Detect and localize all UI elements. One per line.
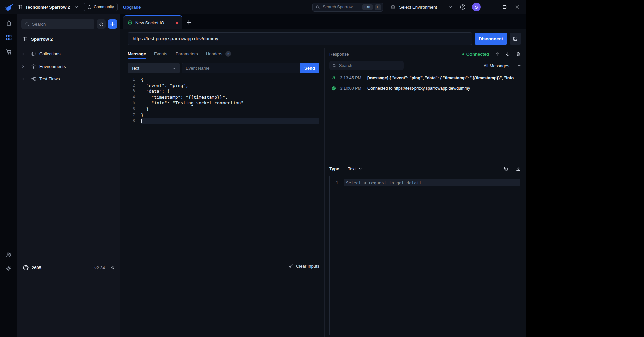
sidebar-search-input[interactable] [32, 22, 91, 27]
github-link[interactable]: 2605 [23, 265, 41, 271]
sidebar: Sparrow 2 Collections [17, 14, 120, 337]
chevron-right-icon [21, 65, 29, 68]
message-filter-dropdown[interactable]: All Messages [484, 63, 521, 68]
url-input[interactable] [128, 32, 472, 45]
sidebar-item-label: Test Flows [39, 76, 60, 81]
sidebar-item-test-flows[interactable]: Test Flows [17, 73, 120, 85]
unsaved-indicator-dot [176, 22, 178, 24]
line-number: 3 [128, 88, 135, 94]
marketplace-cart-icon[interactable] [6, 49, 12, 55]
response-detail-panel: Type Text [329, 164, 521, 335]
line-content: "event": "ping", [141, 83, 319, 89]
detail-type-value: Text [348, 166, 356, 171]
rail-bottom-group [0, 251, 17, 271]
message-controls: Text Send [128, 63, 319, 73]
workspace-switcher[interactable]: Techdome/ Sparrow 2 [15, 3, 80, 11]
user-avatar[interactable]: S [472, 3, 481, 11]
chevron-right-icon [21, 52, 29, 56]
response-detail-header: Type Text [329, 164, 521, 173]
upgrade-link[interactable]: Upgrade [123, 5, 141, 10]
detail-empty-text: Select a request to get detail [344, 179, 520, 186]
github-star-count: 2605 [32, 265, 41, 270]
tab-new-socketio[interactable]: New Socket.IO [123, 15, 182, 29]
close-button[interactable] [513, 2, 522, 12]
message-type-select[interactable]: Text [128, 63, 180, 73]
event-name-input[interactable] [182, 63, 300, 73]
scroll-up-icon[interactable] [495, 52, 500, 57]
chevron-down-icon [172, 67, 176, 70]
response-search[interactable] [329, 61, 404, 70]
minimize-button[interactable] [487, 2, 497, 12]
message-row[interactable]: 3:13:45 PM [message] { "event": "ping", … [329, 73, 521, 83]
scroll-down-icon[interactable] [505, 52, 510, 57]
detail-type-dropdown[interactable]: Text [348, 166, 362, 171]
message-type-value: Text [131, 66, 139, 71]
clear-messages-trash-icon[interactable] [516, 52, 521, 56]
socketio-icon [128, 20, 132, 25]
home-icon[interactable] [6, 20, 12, 26]
disconnect-button[interactable]: Disconnect [475, 33, 507, 45]
settings-gear-icon[interactable] [6, 265, 12, 271]
response-title: Response [329, 52, 349, 57]
url-bar: Disconnect [120, 29, 526, 48]
response-detail-editor[interactable]: 1 Select a request to get detail [329, 176, 521, 335]
collapse-sidebar-icon[interactable] [110, 266, 115, 270]
environment-label: Select Environment [399, 5, 437, 10]
sent-arrow-up-right-icon [331, 76, 336, 80]
line-number: 8 [128, 118, 135, 124]
line-content [141, 118, 319, 124]
code-line: 1{ [128, 77, 319, 83]
maximize-button[interactable] [500, 2, 509, 12]
search-icon [316, 5, 320, 9]
help-icon[interactable] [460, 4, 466, 10]
code-line: 5 "info": "Testing socket connection" [128, 100, 319, 106]
refresh-button[interactable] [97, 19, 106, 29]
community-button[interactable]: Community [84, 3, 118, 11]
tab-message[interactable]: Message [128, 49, 146, 59]
copy-icon[interactable] [504, 166, 508, 171]
line-content: "timestamp": "{{timestamp}}", [141, 94, 319, 100]
line-number: 6 [128, 106, 135, 112]
global-search-input[interactable] [323, 5, 360, 9]
tab-events[interactable]: Events [154, 49, 167, 59]
community-label: Community [94, 5, 114, 9]
global-search[interactable]: Ctrl F [312, 3, 383, 12]
environment-selector[interactable]: Select Environment [388, 3, 454, 11]
line-content: "data": { [141, 88, 319, 94]
message-timestamp: 3:13:45 PM [340, 76, 363, 80]
request-tabs: Message Events Parameters Headers 2 [128, 49, 319, 59]
sidebar-search[interactable] [21, 19, 94, 29]
code-line: 4 "timestamp": "{{timestamp}}", [128, 94, 319, 100]
shortcut-ctrl-key: Ctrl [362, 4, 372, 10]
message-filter-value: All Messages [484, 63, 509, 68]
download-icon[interactable] [516, 166, 521, 171]
sidebar-item-collections[interactable]: Collections [17, 48, 120, 60]
environments-icon [31, 64, 36, 69]
save-button[interactable] [510, 33, 521, 45]
line-number: 1 [330, 181, 344, 185]
type-label: Type [329, 166, 339, 171]
add-new-button[interactable] [108, 19, 117, 29]
line-number: 2 [128, 83, 135, 89]
code-line: 7} [128, 112, 319, 118]
tab-parameters[interactable]: Parameters [176, 49, 198, 59]
sidebar-item-environments[interactable]: Environments [17, 60, 120, 73]
response-search-input[interactable] [339, 63, 401, 68]
tab-headers[interactable]: Headers 2 [206, 49, 231, 59]
send-button[interactable]: Send [300, 63, 319, 73]
code-line: 3 "data": { [128, 88, 319, 94]
test-flows-icon [31, 76, 36, 81]
request-pane: Message Events Parameters Headers 2 Text [120, 48, 324, 337]
clear-inputs-button[interactable]: Clear Inputs [296, 264, 319, 269]
tab-bar: New Socket.IO [120, 14, 526, 29]
detail-line: 1 Select a request to get detail [330, 179, 521, 186]
tab-title: New Socket.IO [135, 20, 172, 25]
new-tab-button[interactable] [182, 15, 195, 29]
request-footer: Clear Inputs [128, 259, 319, 269]
message-row[interactable]: 3:10:00 PM Connected to https://test-pro… [329, 83, 521, 93]
message-body-editor[interactable]: 1{ 2 "event": "ping", 3 "data": { 4 "tim… [128, 77, 319, 124]
members-icon[interactable] [6, 251, 12, 258]
workspaces-icon[interactable] [6, 34, 12, 41]
sidebar-toolbar [17, 14, 120, 32]
line-content: "info": "Testing socket connection" [141, 100, 319, 106]
